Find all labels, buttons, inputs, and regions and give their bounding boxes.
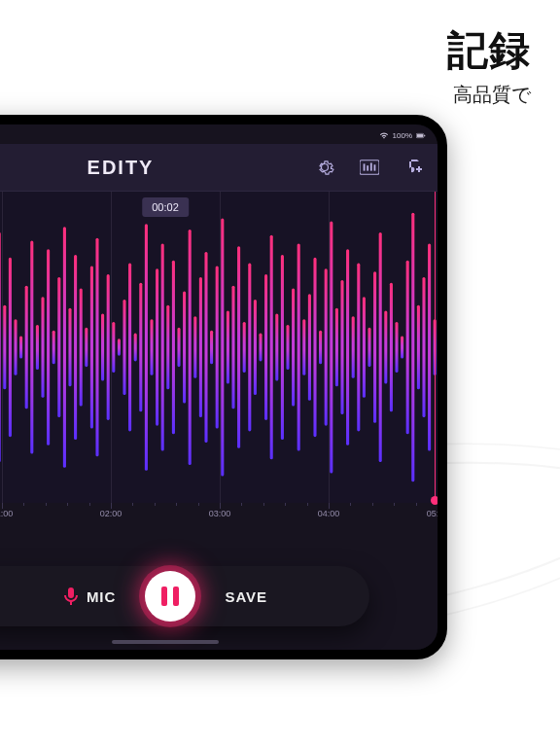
promo-subtitle: 高品質で bbox=[447, 82, 531, 108]
microphone-icon bbox=[63, 587, 79, 606]
svg-rect-75 bbox=[259, 334, 262, 362]
track-add-icon[interactable] bbox=[404, 158, 424, 177]
svg-rect-91 bbox=[346, 249, 349, 445]
svg-rect-42 bbox=[80, 289, 83, 407]
svg-rect-104 bbox=[417, 305, 420, 389]
svg-rect-34 bbox=[36, 325, 39, 370]
svg-rect-70 bbox=[231, 286, 234, 409]
svg-rect-28 bbox=[3, 305, 6, 389]
timeline-label: 04:00 bbox=[318, 509, 340, 518]
svg-rect-93 bbox=[357, 264, 360, 432]
svg-rect-55 bbox=[150, 319, 153, 375]
mic-label: MIC bbox=[87, 588, 117, 605]
svg-rect-1 bbox=[417, 134, 423, 137]
svg-rect-29 bbox=[9, 258, 12, 437]
svg-rect-85 bbox=[313, 258, 316, 437]
svg-rect-60 bbox=[177, 328, 180, 367]
svg-rect-7 bbox=[374, 164, 376, 170]
svg-rect-47 bbox=[107, 274, 110, 420]
battery-icon bbox=[416, 132, 426, 139]
svg-rect-3 bbox=[360, 160, 379, 175]
svg-rect-81 bbox=[292, 289, 295, 407]
svg-rect-59 bbox=[172, 261, 175, 435]
status-battery-text: 100% bbox=[393, 131, 412, 140]
gear-icon[interactable] bbox=[315, 158, 334, 177]
svg-rect-90 bbox=[340, 280, 343, 414]
svg-rect-54 bbox=[145, 224, 148, 470]
svg-rect-38 bbox=[57, 277, 60, 417]
svg-rect-103 bbox=[411, 213, 414, 481]
svg-rect-37 bbox=[52, 331, 55, 365]
svg-rect-65 bbox=[204, 252, 207, 443]
svg-rect-51 bbox=[128, 264, 131, 432]
svg-rect-78 bbox=[275, 313, 278, 380]
svg-rect-41 bbox=[74, 255, 77, 440]
svg-rect-46 bbox=[101, 313, 104, 380]
svg-rect-62 bbox=[189, 230, 192, 465]
svg-rect-56 bbox=[156, 268, 158, 425]
svg-rect-4 bbox=[364, 163, 366, 170]
svg-rect-97 bbox=[379, 232, 382, 462]
svg-rect-77 bbox=[270, 235, 273, 459]
svg-rect-92 bbox=[352, 316, 355, 377]
svg-rect-39 bbox=[63, 227, 66, 468]
equalizer-icon[interactable] bbox=[360, 158, 379, 177]
playhead[interactable] bbox=[435, 192, 436, 503]
svg-rect-80 bbox=[286, 325, 289, 370]
wifi-icon bbox=[379, 132, 389, 139]
svg-rect-89 bbox=[335, 308, 338, 387]
app-screen: 9:47 PM Mon Mar 30 100% EDITY bbox=[0, 124, 438, 650]
timeline-ruler: 00:0001:0002:0003:0004:0005:00 bbox=[0, 503, 438, 532]
svg-rect-106 bbox=[428, 243, 431, 450]
mic-button[interactable]: MIC bbox=[63, 587, 117, 606]
svg-rect-49 bbox=[118, 338, 121, 355]
svg-rect-102 bbox=[406, 261, 409, 435]
svg-rect-40 bbox=[68, 308, 71, 387]
svg-rect-48 bbox=[112, 322, 115, 373]
svg-rect-83 bbox=[302, 319, 305, 375]
status-right: 100% bbox=[379, 131, 426, 140]
svg-rect-50 bbox=[122, 300, 125, 395]
save-button[interactable]: SAVE bbox=[225, 588, 267, 605]
svg-rect-45 bbox=[95, 238, 98, 457]
pause-icon bbox=[161, 587, 179, 606]
svg-rect-61 bbox=[183, 291, 186, 403]
svg-rect-33 bbox=[30, 241, 33, 454]
record-pause-button[interactable] bbox=[145, 571, 195, 622]
svg-rect-96 bbox=[373, 271, 376, 423]
svg-rect-58 bbox=[166, 305, 169, 389]
svg-rect-84 bbox=[308, 294, 311, 400]
svg-rect-101 bbox=[401, 336, 403, 358]
svg-rect-95 bbox=[368, 328, 370, 367]
svg-rect-63 bbox=[193, 316, 196, 377]
svg-rect-67 bbox=[216, 266, 219, 428]
svg-rect-44 bbox=[90, 266, 93, 428]
svg-rect-87 bbox=[325, 268, 328, 425]
svg-rect-74 bbox=[254, 300, 257, 395]
svg-rect-71 bbox=[237, 246, 240, 447]
svg-rect-82 bbox=[298, 243, 300, 450]
svg-rect-52 bbox=[134, 334, 137, 362]
waveform-chart bbox=[0, 192, 438, 503]
timeline-label: 02:00 bbox=[100, 509, 122, 518]
svg-rect-105 bbox=[422, 277, 425, 417]
promo-block: 記録 高品質で bbox=[447, 23, 531, 108]
svg-rect-32 bbox=[25, 286, 28, 409]
svg-rect-6 bbox=[370, 162, 372, 170]
svg-rect-31 bbox=[19, 336, 22, 358]
svg-rect-72 bbox=[243, 322, 246, 373]
svg-rect-57 bbox=[161, 243, 164, 450]
promo-title: 記録 bbox=[447, 23, 531, 78]
svg-rect-73 bbox=[248, 264, 251, 432]
svg-rect-43 bbox=[85, 328, 88, 367]
svg-rect-100 bbox=[395, 322, 398, 373]
svg-rect-53 bbox=[139, 283, 142, 411]
save-label: SAVE bbox=[225, 588, 267, 605]
svg-rect-98 bbox=[384, 311, 387, 384]
app-topbar: EDITY bbox=[0, 144, 438, 192]
waveform-area[interactable]: + 00:02 bbox=[0, 192, 438, 503]
svg-rect-66 bbox=[210, 331, 213, 365]
timeline-label: 05:00 bbox=[427, 509, 447, 518]
svg-rect-30 bbox=[14, 319, 17, 375]
svg-rect-5 bbox=[367, 165, 368, 170]
